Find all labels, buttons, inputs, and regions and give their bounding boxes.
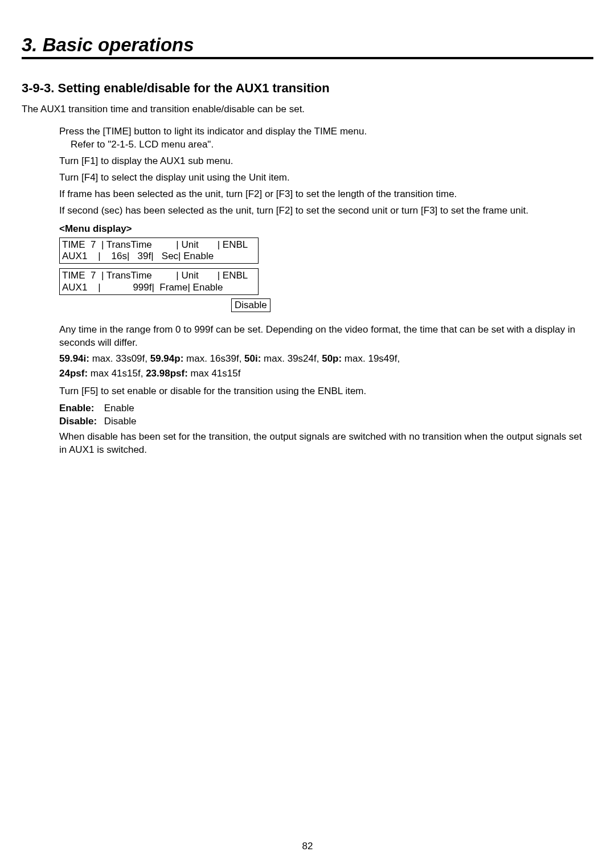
step-4: If frame has been selected as the unit, … <box>59 188 593 201</box>
fmt-5994i-val: max. 33s09f, <box>89 353 150 364</box>
section-title: 3-9-3. Setting enable/disable for the AU… <box>22 81 593 96</box>
formats-line-1: 59.94i: max. 33s09f, 59.94p: max. 16s39f… <box>59 353 593 365</box>
closing-text: When disable has been set for the transi… <box>59 431 588 457</box>
fmt-24psf-label: 24psf: <box>59 368 88 379</box>
step-3: Turn [F4] to select the display unit usi… <box>59 171 593 185</box>
intro-text: The AUX1 transition time and transition … <box>22 104 593 115</box>
fmt-50p-val: max. 19s49f, <box>342 353 400 364</box>
disable-label: Disable: <box>59 416 101 427</box>
step-1-refer: Refer to "2-1-5. LCD menu area". <box>71 138 593 152</box>
menu-box-2: TIME 7 | TransTime | Unit | ENBL AUX1 | … <box>59 268 259 295</box>
page-number: 82 <box>0 841 615 852</box>
disable-value: Disable <box>104 416 137 427</box>
step-1-text: Press the [TIME] button to light its ind… <box>59 126 367 137</box>
step-1: Press the [TIME] button to light its ind… <box>59 125 593 152</box>
enable-label: Enable: <box>59 403 101 414</box>
step-2: Turn [F1] to display the AUX1 sub menu. <box>59 155 593 168</box>
steps: Press the [TIME] button to light its ind… <box>59 125 593 218</box>
enbl-step: Turn [F5] to set enable or disable for t… <box>59 385 588 398</box>
step-5: If second (sec) has been selected as the… <box>59 204 593 218</box>
menu-boxes: TIME 7 | TransTime | Unit | ENBL AUX1 | … <box>59 238 593 313</box>
enable-value: Enable <box>104 403 134 413</box>
fmt-2398psf-val: max 41s15f <box>188 368 241 379</box>
fmt-5994p-val: max. 16s39f, <box>183 353 244 364</box>
fmt-50i-val: max. 39s24f, <box>261 353 322 364</box>
fmt-5994i-label: 59.94i: <box>59 353 89 364</box>
formats-line-2: 24psf: max 41s15f, 23.98psf: max 41s15f <box>59 368 593 379</box>
enable-row: Enable: Enable <box>59 403 593 414</box>
fmt-50i-label: 50i: <box>244 353 261 364</box>
disable-row: Disable: Disable <box>59 416 593 427</box>
fmt-5994p-label: 59.94p: <box>150 353 184 364</box>
chapter-title: 3. Basic operations <box>22 34 593 59</box>
range-text: Any time in the range from 0 to 999f can… <box>59 324 588 350</box>
fmt-50p-label: 50p: <box>322 353 342 364</box>
enable-list: Enable: Enable Disable: Disable <box>59 403 593 427</box>
menu-box-1: TIME 7 | TransTime | Unit | ENBL AUX1 | … <box>59 238 259 264</box>
fmt-24psf-val: max 41s15f, <box>88 368 146 379</box>
disable-box: Disable <box>231 298 270 312</box>
menu-display-label: <Menu display> <box>59 223 593 235</box>
fmt-2398psf-label: 23.98psf: <box>146 368 188 379</box>
